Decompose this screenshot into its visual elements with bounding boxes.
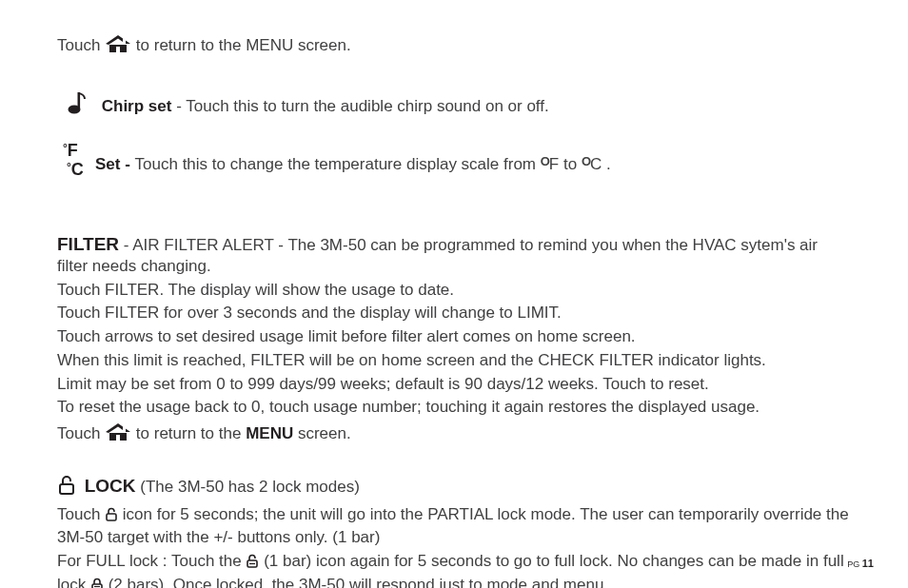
lock-icon [105,507,118,528]
page-label: PG [847,559,862,569]
svg-rect-9 [107,514,116,520]
chirp-set-line: Chirp set - Touch this to turn the audib… [57,90,851,121]
text: For FULL lock : Touch the [57,552,246,570]
degree-icon: O [582,154,590,168]
return-menu-line-1: Touch to return to the MENU screen. [57,35,851,60]
text: Touch this to change the temperature dis… [135,155,541,173]
set-temperature-line: °F °C Set - Touch this to change the tem… [57,142,851,187]
text: - Touch this to turn the audible chirp s… [171,97,548,115]
degree-icon: O [541,154,549,168]
text: C . [590,155,611,173]
filter-section: FILTER - AIR FILTER ALERT - The 3M-50 ca… [57,233,851,448]
text: Limit may be set from 0 to 999 days/99 w… [57,374,851,395]
svg-point-4 [69,105,81,113]
music-note-icon [63,90,88,121]
text: Touch [57,36,100,54]
svg-rect-7 [116,435,120,441]
lock-icon [57,475,76,501]
text: C [71,160,84,179]
text: F [68,141,78,160]
text: screen. [293,424,350,442]
text: MENU [246,424,293,442]
lock-title: LOCK [85,476,136,496]
svg-marker-5 [106,423,130,433]
text: Touch [57,424,105,442]
page-footer: PG 11 [847,557,874,571]
lock-1bar-icon [246,554,259,575]
text: When this limit is reached, FILTER will … [57,350,851,371]
text: F to [549,155,582,173]
page-number: 11 [862,558,874,569]
text: Touch [57,505,105,523]
lock-2bar-icon [90,578,104,588]
text: - AIR FILTER ALERT - The 3M-50 can be pr… [57,236,818,275]
fc-icon: °F °C [63,142,84,178]
text: Touch FILTER for over 3 seconds and the … [57,303,851,323]
text: (2 bars). Once locked, the 3M-50 will re… [104,576,608,588]
lock-section: LOCK (The 3M-50 has 2 lock modes) Touch … [57,475,851,588]
home-icon [105,35,131,60]
text: icon for 5 seconds; the unit will go int… [57,505,849,547]
svg-rect-8 [60,484,73,494]
set-title: Set - [95,155,135,173]
svg-marker-0 [106,35,130,45]
text: to return to the MENU screen. [136,36,351,54]
text: To reset the usage back to 0, touch usag… [57,397,851,418]
text: Touch arrows to set desired usage limit … [57,326,851,347]
text: Touch FILTER. The display will show the … [57,280,851,301]
home-icon [105,423,131,448]
svg-rect-2 [116,47,120,52]
document-page: Touch to return to the MENU screen. [0,0,908,588]
text: (The 3M-50 has 2 lock modes) [136,478,360,496]
filter-title: FILTER [57,234,119,254]
text: to return to the [136,424,246,442]
chirp-set-title: Chirp set [102,97,172,115]
